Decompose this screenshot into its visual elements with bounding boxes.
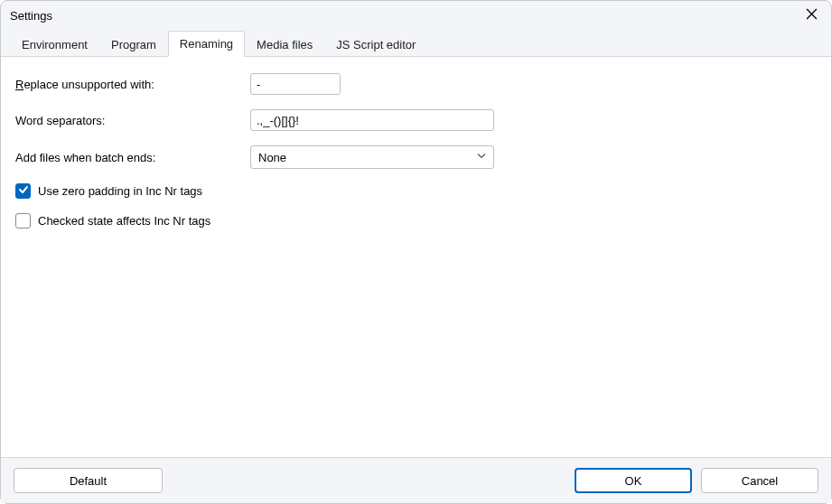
tab-environment[interactable]: Environment bbox=[10, 32, 99, 57]
tab-js-script-editor[interactable]: JS Script editor bbox=[324, 32, 427, 57]
label-zero-padding[interactable]: Use zero padding in Inc Nr tags bbox=[38, 184, 202, 198]
input-replace-unsupported[interactable] bbox=[250, 73, 341, 95]
label-add-files-batch: Add files when batch ends: bbox=[15, 151, 250, 164]
tab-content-renaming: Replace unsupported with: Word separator… bbox=[1, 57, 831, 458]
ok-button[interactable]: OK bbox=[575, 468, 692, 493]
cancel-button[interactable]: Cancel bbox=[701, 468, 818, 493]
tabstrip: Environment Program Renaming Media files… bbox=[1, 30, 831, 57]
tab-media-files[interactable]: Media files bbox=[245, 32, 324, 57]
footer: Default OK Cancel bbox=[1, 458, 831, 503]
settings-window: Settings Environment Program Renaming Me… bbox=[0, 0, 832, 504]
label-checked-state[interactable]: Checked state affects Inc Nr tags bbox=[38, 214, 210, 228]
tab-renaming[interactable]: Renaming bbox=[168, 31, 245, 57]
close-button[interactable] bbox=[799, 3, 824, 28]
label-word-separators: Word separators: bbox=[15, 114, 250, 127]
row-replace-unsupported: Replace unsupported with: bbox=[15, 73, 817, 95]
select-add-files-batch[interactable]: None bbox=[250, 145, 494, 169]
window-title: Settings bbox=[10, 9, 52, 23]
row-word-separators: Word separators: bbox=[15, 109, 817, 131]
titlebar: Settings bbox=[1, 1, 831, 30]
input-word-separators[interactable] bbox=[250, 109, 494, 131]
check-icon bbox=[18, 184, 29, 198]
row-zero-padding: Use zero padding in Inc Nr tags bbox=[15, 183, 817, 199]
checkbox-checked-state[interactable] bbox=[15, 213, 31, 229]
label-replace-unsupported: Replace unsupported with: bbox=[15, 78, 250, 91]
select-value: None bbox=[258, 151, 286, 164]
close-icon bbox=[806, 8, 818, 23]
default-button[interactable]: Default bbox=[14, 468, 163, 493]
row-checked-state: Checked state affects Inc Nr tags bbox=[15, 213, 817, 229]
row-add-files-batch: Add files when batch ends: None bbox=[15, 145, 817, 169]
checkbox-zero-padding[interactable] bbox=[15, 183, 31, 199]
tab-program[interactable]: Program bbox=[99, 32, 168, 57]
